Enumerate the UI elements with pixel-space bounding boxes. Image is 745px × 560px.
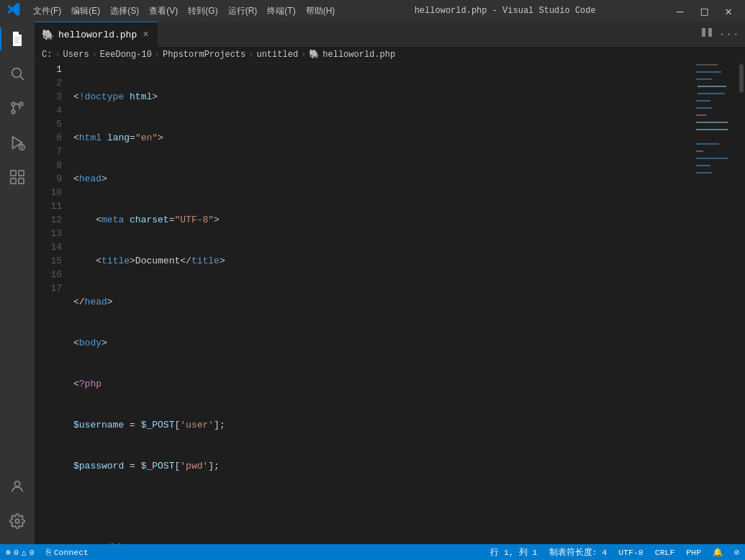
svg-point-5 <box>12 102 15 106</box>
line-ending-label: CRLF <box>655 548 675 557</box>
warning-icon: △ <box>22 547 27 557</box>
svg-point-7 <box>12 110 15 114</box>
code-line-4: <meta charset="UTF-8"> <box>73 213 692 227</box>
menu-bar: 文件(F) 编辑(E) 选择(S) 查看(V) 转到(G) 运行(R) 终端(T… <box>29 4 339 19</box>
menu-file[interactable]: 文件(F) <box>29 4 66 19</box>
breadcrumb-c[interactable]: C: <box>42 50 52 60</box>
main-container: 🐘 helloworld.php × ··· C: › Users › EeeD… <box>0 22 745 544</box>
menu-terminal[interactable]: 终端(T) <box>263 4 299 19</box>
code-line-3: <head> <box>73 172 692 186</box>
tab-close-button[interactable]: × <box>141 28 150 41</box>
source-control-icon[interactable] <box>0 91 35 125</box>
run-debug-icon[interactable] <box>0 125 35 160</box>
scrollbar-vertical[interactable] <box>738 63 745 544</box>
close-button[interactable]: ✕ <box>719 3 738 19</box>
tab-label: helloworld.php <box>58 30 137 40</box>
menu-run[interactable]: 运行(R) <box>224 4 262 19</box>
line-num-7: 7 <box>35 145 62 158</box>
tab-helloworld[interactable]: 🐘 helloworld.php × <box>35 22 158 47</box>
menu-edit[interactable]: 编辑(E) <box>67 4 104 19</box>
menu-view[interactable]: 查看(V) <box>145 4 182 19</box>
activity-bar-bottom <box>0 469 35 544</box>
status-encoding[interactable]: UTF-8 <box>613 544 649 560</box>
connect-icon: ⎘ <box>46 548 51 557</box>
svg-rect-19 <box>708 28 712 37</box>
titlebar-controls: — □ ✕ <box>671 3 738 19</box>
status-tab-size[interactable]: 制表符长度: 4 <box>543 544 613 560</box>
status-line-ending[interactable]: CRLF <box>649 544 681 560</box>
code-content[interactable]: <!doctype html> <html lang="en"> <head> … <box>71 63 695 544</box>
svg-point-17 <box>15 519 19 523</box>
line-num-17: 17 <box>35 281 62 295</box>
line-num-13: 13 <box>35 227 62 240</box>
status-connect[interactable]: ⎘ Connect <box>40 544 94 560</box>
line-num-11: 11 <box>35 199 62 213</box>
status-notification[interactable]: 🔔 <box>707 544 728 560</box>
search-icon[interactable] <box>0 56 35 91</box>
split-editor-icon[interactable] <box>701 27 713 42</box>
status-broadcast[interactable]: ⊘ <box>728 544 745 560</box>
breadcrumb-sep-4: › <box>248 50 253 60</box>
more-actions-icon[interactable]: ··· <box>718 28 739 41</box>
line-num-3: 3 <box>35 90 62 104</box>
notification-icon: 🔔 <box>713 547 723 557</box>
breadcrumb: C: › Users › EeeDong-10 › PhpstormProjec… <box>35 47 745 63</box>
code-line-2: <html lang="en"> <box>73 131 692 145</box>
breadcrumb-sep-5: › <box>301 50 306 60</box>
menu-goto[interactable]: 转到(G) <box>184 4 222 19</box>
status-bar-right: 行 1, 列 1 制表符长度: 4 UTF-8 CRLF PHP 🔔 ⊘ <box>484 544 745 560</box>
code-line-11 <box>73 500 692 514</box>
breadcrumb-eedong[interactable]: EeeDong-10 <box>100 50 152 60</box>
breadcrumb-phpstorm[interactable]: PhpstormProjects <box>163 50 245 60</box>
titlebar-left: 文件(F) 编辑(E) 选择(S) 查看(V) 转到(G) 运行(R) 终端(T… <box>7 3 339 19</box>
svg-rect-18 <box>702 28 705 37</box>
tab-size-label: 制表符长度: 4 <box>549 547 608 558</box>
minimize-button[interactable]: — <box>671 3 690 19</box>
status-language[interactable]: PHP <box>680 544 707 560</box>
account-icon[interactable] <box>0 469 35 504</box>
code-line-8: <?php <box>73 377 692 391</box>
menu-help[interactable]: 帮助(H) <box>302 4 340 19</box>
scrollbar-thumb[interactable] <box>739 64 744 93</box>
titlebar-title: helloworld.php - Visual Studio Code <box>415 6 596 16</box>
breadcrumb-file[interactable]: helloworld.php <box>322 50 395 60</box>
breadcrumb-users[interactable]: Users <box>63 50 89 60</box>
files-icon[interactable] <box>0 22 35 56</box>
maximize-button[interactable]: □ <box>695 3 714 19</box>
status-position[interactable]: 行 1, 列 1 <box>484 544 543 560</box>
svg-rect-0 <box>14 37 20 39</box>
svg-rect-14 <box>11 179 16 184</box>
menu-select[interactable]: 选择(S) <box>106 4 143 19</box>
editor-area: 🐘 helloworld.php × ··· C: › Users › EeeD… <box>35 22 745 544</box>
line-num-2: 2 <box>35 76 62 90</box>
code-line-1: <!doctype html> <box>73 90 692 104</box>
status-errors[interactable]: ⊗ 0 △ 0 <box>0 544 40 560</box>
warning-count: 0 <box>30 548 35 557</box>
code-line-7: <body> <box>73 336 692 350</box>
activity-bar <box>0 22 35 544</box>
svg-rect-2 <box>14 42 19 43</box>
breadcrumb-untitled[interactable]: untitled <box>256 50 298 60</box>
settings-icon[interactable] <box>0 504 35 538</box>
titlebar: 文件(F) 编辑(E) 选择(S) 查看(V) 转到(G) 运行(R) 终端(T… <box>0 0 745 22</box>
line-numbers: 1 2 3 4 5 6 7 8 9 10 11 12 13 14 15 16 1… <box>35 63 71 544</box>
svg-point-16 <box>14 482 19 487</box>
code-line-6: </head> <box>73 295 692 309</box>
svg-point-6 <box>19 102 23 106</box>
error-icon: ⊗ <box>6 547 11 557</box>
line-num-14: 14 <box>35 240 62 254</box>
line-num-1: 1 <box>35 63 62 76</box>
extensions-icon[interactable] <box>0 160 35 194</box>
line-num-5: 5 <box>35 117 62 131</box>
breadcrumb-php-icon: 🐘 <box>309 49 320 60</box>
code-line-10: $password = $_POST['pwd']; <box>73 459 692 473</box>
svg-point-3 <box>12 68 22 78</box>
line-num-4: 4 <box>35 104 62 117</box>
line-num-15: 15 <box>35 254 62 268</box>
status-bar-left: ⊗ 0 △ 0 ⎘ Connect <box>0 544 94 560</box>
code-line-5: <title>Document</title> <box>73 254 692 268</box>
language-label: PHP <box>686 548 701 557</box>
code-editor[interactable]: 1 2 3 4 5 6 7 8 9 10 11 12 13 14 15 16 1… <box>35 63 745 544</box>
vscode-logo-icon <box>7 3 20 19</box>
svg-line-4 <box>20 76 24 80</box>
